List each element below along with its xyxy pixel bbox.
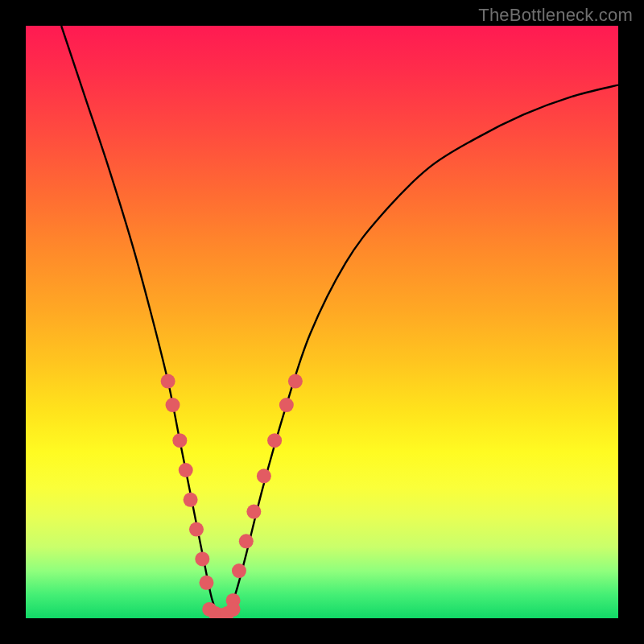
left-branch-dots-dot: [189, 522, 204, 537]
right-branch-dots-dot: [288, 374, 303, 389]
right-branch-dots-dot: [257, 469, 271, 483]
bottleneck-curve-path: [61, 26, 618, 618]
chart-frame: TheBottleneck.com: [0, 0, 644, 644]
watermark-text: TheBottleneck.com: [478, 5, 633, 26]
trough-dots-dot: [226, 602, 241, 617]
plot-area: [26, 26, 618, 618]
left-branch-dots-dot: [195, 551, 209, 566]
right-branch-dots-dot: [279, 398, 294, 412]
marker-layer: [161, 374, 303, 618]
right-branch-dots-dot: [239, 534, 254, 548]
left-branch-dots-dot: [184, 493, 198, 507]
left-branch-dots-dot: [179, 463, 193, 477]
left-branch-dots-dot: [172, 433, 187, 448]
left-branch-dots-dot: [161, 374, 175, 389]
right-branch-dots-dot: [232, 564, 246, 578]
left-branch-dots-dot: [199, 576, 213, 590]
right-branch-dots-dot: [267, 433, 282, 448]
right-branch-dots-dot: [246, 505, 261, 519]
curve-layer: [61, 26, 618, 618]
left-branch-dots-dot: [166, 398, 180, 412]
curve-svg: [26, 26, 618, 618]
